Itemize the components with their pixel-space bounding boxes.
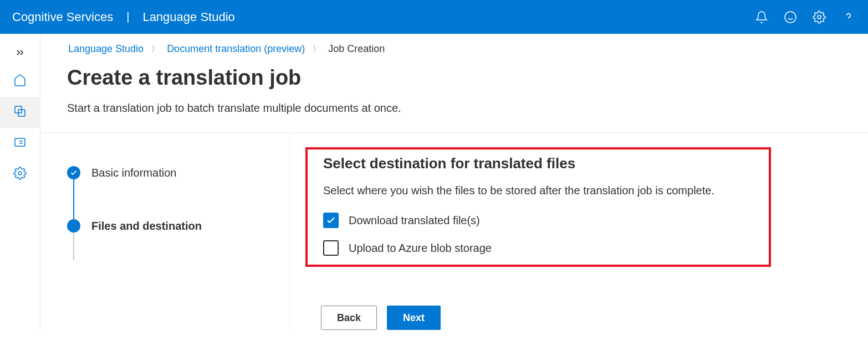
sidebar-home[interactable] [0,66,40,97]
top-header: Cognitive Services | Language Studio [0,0,868,34]
destination-panel: Select destination for translated files … [305,147,771,267]
page-title: Create a translation job [40,55,868,90]
sidebar-form[interactable] [0,128,40,159]
wizard-steps: Basic information Files and destination [40,133,290,330]
sidebar-translate[interactable] [0,97,40,128]
translate-icon [13,105,27,120]
feedback-icon[interactable] [784,11,797,24]
svg-rect-7 [15,138,25,146]
option-download[interactable]: Download translated file(s) [323,213,753,228]
sidebar [0,34,40,330]
settings-icon[interactable] [813,11,826,24]
svg-point-12 [18,172,22,175]
panel-description: Select where you wish the files to be st… [323,184,753,197]
back-button[interactable]: Back [321,306,377,330]
checkbox-checked[interactable] [323,213,339,228]
chevron-right-icon: 〉 [151,44,159,54]
checkbox-unchecked[interactable] [323,240,339,256]
next-button[interactable]: Next [387,306,441,330]
step-connector [73,179,74,219]
svg-point-3 [818,16,821,19]
brand-title[interactable]: Cognitive Services [12,10,113,24]
notification-icon[interactable] [755,11,768,24]
step-files-destination[interactable]: Files and destination [67,219,289,233]
app-title[interactable]: Language Studio [142,10,234,24]
step-connector [73,233,74,260]
breadcrumb: Language Studio 〉 Document translation (… [40,34,868,55]
breadcrumb-link[interactable]: Document translation (preview) [167,43,305,55]
step-label: Files and destination [91,220,202,233]
home-icon [13,74,27,89]
checkbox-label: Upload to Azure blob storage [349,242,492,255]
step-current-icon [67,219,80,233]
sidebar-settings[interactable] [0,159,40,190]
option-upload-blob[interactable]: Upload to Azure blob storage [323,240,753,256]
step-complete-icon [67,166,80,179]
step-basic-info[interactable]: Basic information [67,166,289,179]
header-divider: | [126,11,129,23]
form-icon [13,136,27,151]
panel-title: Select destination for translated files [323,155,753,172]
chevron-right-icon: 〉 [313,44,320,54]
expand-icon [14,47,25,60]
breadcrumb-link[interactable]: Language Studio [68,43,144,55]
page-description: Start a translation job to batch transla… [40,90,868,115]
checkbox-label: Download translated file(s) [349,214,480,227]
breadcrumb-current: Job Creation [328,43,385,55]
help-icon[interactable] [841,10,856,24]
sidebar-expand[interactable] [0,42,40,66]
step-label: Basic information [91,167,176,179]
svg-point-0 [785,12,796,23]
gear-icon [13,167,27,182]
